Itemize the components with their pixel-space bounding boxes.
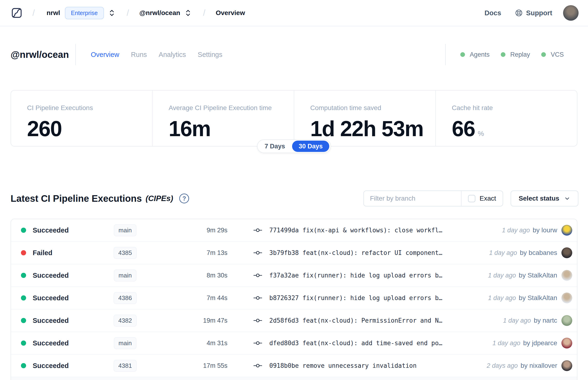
branch-badge: main — [114, 337, 136, 349]
page-header: @nrwl/ocean Overview Runs Analytics Sett… — [0, 26, 588, 83]
help-icon[interactable]: ? — [179, 193, 189, 203]
stat-label: CI Pipeline Executions — [27, 104, 152, 112]
status-label: Succeeded — [33, 339, 69, 347]
commit-message: 3b79fb38 feat(nx-cloud): refactor UI com… — [269, 249, 442, 256]
branch-badge: main — [114, 269, 136, 282]
table-next-row-partial — [11, 377, 577, 380]
git-commit-icon — [253, 363, 262, 368]
lifebuoy-icon — [515, 9, 523, 17]
branch-badge: main — [114, 224, 136, 236]
author: by jdpearce — [523, 339, 557, 347]
stat-label: Cache hit rate — [452, 104, 577, 112]
table-row[interactable]: Succeeded 4386 7m 44s b8726327 fix(runne… — [11, 287, 577, 309]
commit-message: 2d58f6d3 feat(nx-cloud): PermissionError… — [269, 317, 442, 324]
status-label: Failed — [33, 249, 53, 257]
git-commit-icon — [253, 228, 262, 233]
section-title: Latest CI Pipeline Executions — [11, 193, 142, 204]
status-label: Succeeded — [33, 317, 69, 324]
commit-message: dfed80d3 feat(nx-cloud): add time-saved … — [269, 340, 442, 347]
breadcrumb-org[interactable]: nrwl — [47, 9, 60, 17]
date-range-toggle: 7 Days 30 Days — [257, 139, 331, 153]
time-ago: 1 day ago — [502, 227, 530, 234]
docs-link[interactable]: Docs — [485, 9, 501, 17]
author-avatar — [561, 225, 572, 236]
duration: 19m 47s — [143, 317, 228, 324]
branch-badge: 4381 — [114, 360, 137, 372]
author: by nixallover — [520, 362, 557, 369]
table-row[interactable]: Succeeded 4381 17m 55s 0918b0be remove u… — [11, 355, 577, 377]
toggle-7-days[interactable]: 7 Days — [258, 143, 292, 150]
exact-label: Exact — [480, 195, 496, 202]
branch-filter-input[interactable] — [364, 191, 461, 206]
breadcrumb-workspace[interactable]: @nrwl/ocean — [139, 9, 180, 17]
indicator-vcs[interactable]: VCS — [541, 51, 564, 58]
org-switcher-chevron-icon[interactable] — [109, 9, 115, 17]
divider — [445, 44, 446, 65]
table-row[interactable]: Succeeded main 9m 29s 771499da fix(nx-ap… — [11, 219, 577, 242]
exact-checkbox[interactable] — [468, 195, 475, 202]
stat-card-computation-time-saved: Computation time saved 1d 22h 53m — [294, 91, 435, 146]
status-dot — [21, 295, 26, 301]
tab-overview[interactable]: Overview — [91, 51, 119, 58]
git-commit-icon — [253, 318, 262, 323]
duration: 7m 44s — [143, 294, 228, 302]
status-indicators: Agents Replay VCS — [460, 51, 564, 58]
tab-runs[interactable]: Runs — [131, 51, 147, 58]
commit-message: b8726327 fix(runner): hide log upload er… — [269, 294, 442, 302]
table-row[interactable]: Failed 4385 7m 13s 3b79fb38 feat(nx-clou… — [11, 242, 577, 264]
time-ago: 1 day ago — [503, 317, 531, 324]
author: by bcabanes — [520, 249, 557, 257]
breadcrumb-slash: / — [127, 8, 129, 18]
breadcrumb-slash: / — [203, 8, 205, 18]
table-row[interactable]: Succeeded 4382 19m 47s 2d58f6d3 feat(nx-… — [11, 309, 577, 332]
stat-value: 16m — [169, 118, 210, 139]
support-link[interactable]: Support — [515, 9, 552, 17]
workspace-switcher-chevron-icon[interactable] — [185, 9, 191, 17]
stat-card-ci-pipeline-executions: CI Pipeline Executions 260 — [11, 91, 152, 146]
table-row[interactable]: Succeeded main 8m 30s f37a32ae fix(runne… — [11, 264, 577, 287]
status-dot — [21, 273, 26, 278]
author-avatar — [561, 247, 572, 258]
tabs: Overview Runs Analytics Settings — [91, 51, 222, 58]
author: by StalkAltan — [519, 294, 557, 302]
nx-cloud-logo[interactable] — [11, 7, 22, 18]
author-avatar — [561, 270, 572, 281]
toggle-30-days[interactable]: 30 Days — [292, 141, 329, 152]
stat-suffix: % — [478, 130, 484, 139]
tab-analytics[interactable]: Analytics — [159, 51, 186, 58]
indicator-replay[interactable]: Replay — [501, 51, 530, 58]
git-commit-icon — [253, 295, 262, 301]
status-dot — [21, 228, 26, 233]
user-avatar[interactable] — [563, 5, 579, 21]
branch-filter-group: Exact — [363, 190, 503, 207]
breadcrumb-slash: / — [33, 8, 35, 18]
cipes-section-header: Latest CI Pipeline Executions (CIPEs) ? … — [11, 190, 578, 207]
commit-message: f37a32ae fix(runner): hide log upload er… — [269, 272, 442, 279]
indicator-agents[interactable]: Agents — [460, 51, 490, 58]
time-ago: 1 day ago — [488, 272, 516, 279]
status-select-button[interactable]: Select status — [511, 190, 578, 207]
breadcrumb-page: Overview — [216, 9, 245, 17]
stat-value: 260 — [27, 118, 62, 139]
git-commit-icon — [253, 340, 262, 346]
commit-message: 771499da fix(nx-api & workflows): close … — [269, 227, 442, 234]
status-label: Succeeded — [33, 294, 69, 302]
author: by StalkAltan — [519, 272, 557, 279]
table-row[interactable]: Succeeded main 4m 31s dfed80d3 feat(nx-c… — [11, 332, 577, 355]
tab-settings[interactable]: Settings — [198, 51, 223, 58]
time-ago: 1 day ago — [489, 249, 517, 257]
stat-label: Computation time saved — [310, 104, 435, 112]
duration: 9m 29s — [143, 227, 228, 234]
support-label: Support — [526, 9, 552, 17]
stat-value: 1d 22h 53m — [310, 118, 423, 139]
status-dot — [21, 250, 26, 255]
git-commit-icon — [253, 272, 262, 278]
duration: 8m 30s — [143, 272, 228, 279]
author: by nartc — [534, 317, 557, 324]
chevron-down-icon — [564, 195, 570, 202]
duration: 4m 31s — [143, 340, 228, 347]
stat-card-cache-hit-rate: Cache hit rate 66 % — [435, 91, 577, 146]
author-avatar — [561, 315, 572, 326]
stats-cards: CI Pipeline Executions 260 Average CI Pi… — [11, 90, 577, 147]
stat-value: 66 — [452, 118, 475, 139]
